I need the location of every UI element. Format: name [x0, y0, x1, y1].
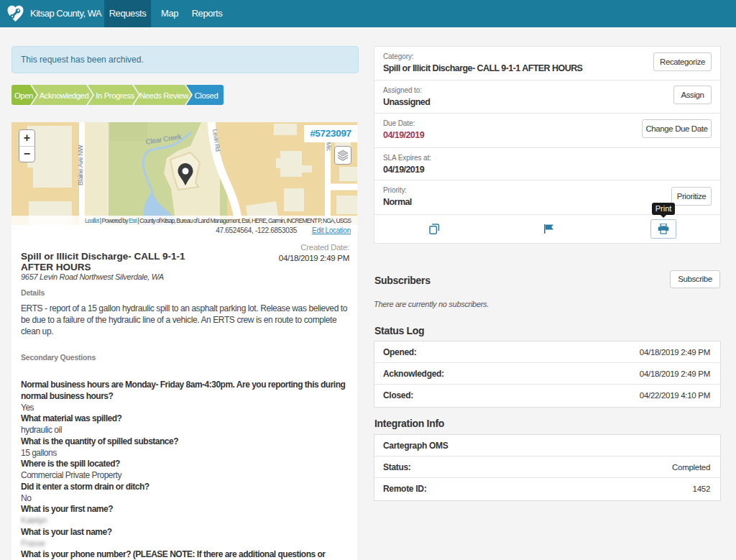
- svg-text:Needs Review: Needs Review: [139, 91, 189, 100]
- svg-text:Blaine Ave NW: Blaine Ave NW: [77, 144, 84, 185]
- svg-text:Open: Open: [14, 91, 33, 100]
- svg-text:Closed: Closed: [195, 91, 218, 100]
- svg-text:Mic: Mic: [325, 142, 333, 152]
- svg-text:In Progress: In Progress: [96, 91, 134, 100]
- svg-text:Leaflet | Powered by Esri | Co: Leaflet | Powered by Esri | County of Ki…: [85, 217, 351, 224]
- svg-text:Acknowledged: Acknowledged: [40, 91, 89, 100]
